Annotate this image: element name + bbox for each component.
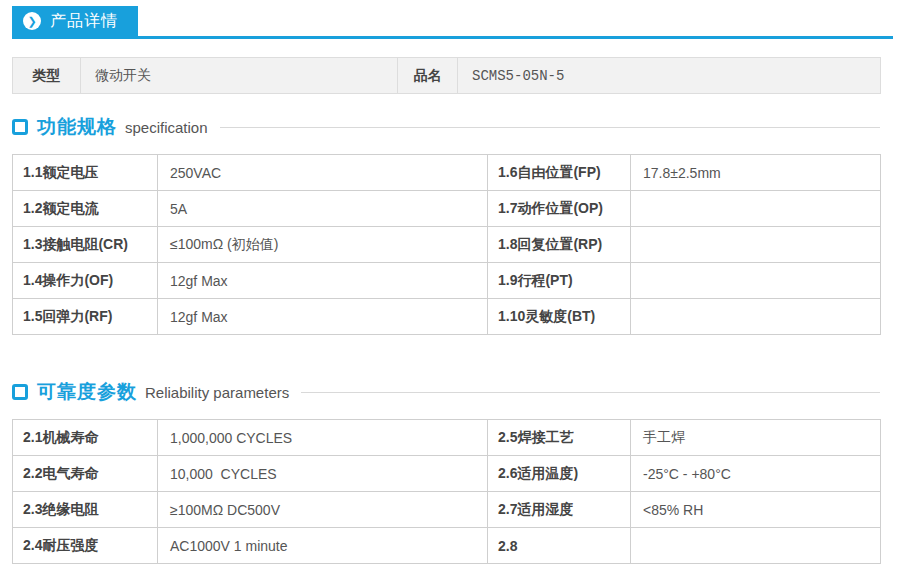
tab-product-detail[interactable]: ❯ 产品详情 bbox=[12, 6, 138, 36]
spec-value-cell: 手工焊 bbox=[631, 420, 881, 456]
spec-value-cell bbox=[631, 263, 881, 299]
spec-row: 1.4操作力(OF)12gf Max1.9行程(PT) bbox=[13, 263, 881, 299]
spec-row: 2.2电气寿命10,000 CYCLES2.6适用温度)-25°C - +80°… bbox=[13, 456, 881, 492]
circle-arrow-right-icon: ❯ bbox=[23, 12, 41, 30]
spec-value-cell: 10,000 CYCLES bbox=[158, 456, 488, 492]
section-title-en: specification bbox=[125, 119, 208, 136]
spec-label-cell: 1.6自由位置(FP) bbox=[488, 155, 631, 191]
spec-row: 1.5回弹力(RF)12gf Max1.10灵敏度(BT) bbox=[13, 299, 881, 335]
spec-value-cell: 250VAC bbox=[158, 155, 488, 191]
spec-label-cell: 1.9行程(PT) bbox=[488, 263, 631, 299]
tab-bar: ❯ 产品详情 bbox=[12, 6, 893, 39]
name-label-cell: 品名 bbox=[398, 58, 458, 94]
section-header-reliability: 可靠度参数 Reliability parameters bbox=[12, 379, 880, 405]
spec-row: 1.1额定电压250VAC1.6自由位置(FP)17.8±2.5mm bbox=[13, 155, 881, 191]
spec-value-cell: ≥100MΩ DC500V bbox=[158, 492, 488, 528]
spec-label-cell: 2.7适用湿度 bbox=[488, 492, 631, 528]
spec-row: 2.4耐压强度AC1000V 1 minute2.8 bbox=[13, 528, 881, 564]
section-rule bbox=[220, 127, 880, 128]
product-meta-table: 类型 微动开关 品名 SCMS5-05N-5 bbox=[12, 57, 881, 94]
section-title-cn: 功能规格 bbox=[37, 114, 117, 140]
section-title-cn: 可靠度参数 bbox=[37, 379, 137, 405]
spec-label-cell: 2.2电气寿命 bbox=[13, 456, 158, 492]
spec-label-cell: 1.2额定电流 bbox=[13, 191, 158, 227]
type-value-cell: 微动开关 bbox=[81, 58, 398, 94]
spec-value-cell: 1,000,000 CYCLES bbox=[158, 420, 488, 456]
spec-label-cell: 2.1机械寿命 bbox=[13, 420, 158, 456]
spec-label-cell: 1.1额定电压 bbox=[13, 155, 158, 191]
spec-label-cell: 1.5回弹力(RF) bbox=[13, 299, 158, 335]
spec-row: 1.2额定电流5A1.7动作位置(OP) bbox=[13, 191, 881, 227]
spec-label-cell: 2.6适用温度) bbox=[488, 456, 631, 492]
section-rule bbox=[301, 392, 880, 393]
spec-label-cell: 1.8回复位置(RP) bbox=[488, 227, 631, 263]
name-value-cell: SCMS5-05N-5 bbox=[458, 58, 881, 94]
spec-label-cell: 1.4操作力(OF) bbox=[13, 263, 158, 299]
reliability-table: 2.1机械寿命1,000,000 CYCLES2.5焊接工艺手工焊2.2电气寿命… bbox=[12, 419, 881, 564]
spec-value-cell: -25°C - +80°C bbox=[631, 456, 881, 492]
specification-table: 1.1额定电压250VAC1.6自由位置(FP)17.8±2.5mm1.2额定电… bbox=[12, 154, 881, 335]
square-outline-icon bbox=[12, 119, 28, 135]
spec-value-cell: <85% RH bbox=[631, 492, 881, 528]
section-title-en: Reliability parameters bbox=[145, 384, 289, 401]
tab-title: 产品详情 bbox=[50, 11, 118, 32]
spec-label-cell: 2.8 bbox=[488, 528, 631, 564]
product-meta-row: 类型 微动开关 品名 SCMS5-05N-5 bbox=[13, 58, 881, 94]
spec-row: 2.3绝缘电阻≥100MΩ DC500V2.7适用湿度<85% RH bbox=[13, 492, 881, 528]
spec-row: 1.3接触电阻(CR)≤100mΩ (初始值)1.8回复位置(RP) bbox=[13, 227, 881, 263]
spec-label-cell: 1.10灵敏度(BT) bbox=[488, 299, 631, 335]
spec-label-cell: 1.7动作位置(OP) bbox=[488, 191, 631, 227]
spec-value-cell bbox=[631, 299, 881, 335]
spec-value-cell: ≤100mΩ (初始值) bbox=[158, 227, 488, 263]
spec-value-cell bbox=[631, 227, 881, 263]
spec-value-cell bbox=[631, 528, 881, 564]
product-detail-page: ❯ 产品详情 类型 微动开关 品名 SCMS5-05N-5 功能规格 speci… bbox=[0, 0, 900, 564]
spec-label-cell: 2.3绝缘电阻 bbox=[13, 492, 158, 528]
spec-value-cell bbox=[631, 191, 881, 227]
section-header-specification: 功能规格 specification bbox=[12, 114, 880, 140]
spec-value-cell: 5A bbox=[158, 191, 488, 227]
type-label-cell: 类型 bbox=[13, 58, 81, 94]
spec-value-cell: 12gf Max bbox=[158, 263, 488, 299]
spec-label-cell: 2.4耐压强度 bbox=[13, 528, 158, 564]
spec-value-cell: AC1000V 1 minute bbox=[158, 528, 488, 564]
spec-row: 2.1机械寿命1,000,000 CYCLES2.5焊接工艺手工焊 bbox=[13, 420, 881, 456]
square-outline-icon bbox=[12, 384, 28, 400]
spec-label-cell: 1.3接触电阻(CR) bbox=[13, 227, 158, 263]
spec-value-cell: 12gf Max bbox=[158, 299, 488, 335]
spec-label-cell: 2.5焊接工艺 bbox=[488, 420, 631, 456]
spec-value-cell: 17.8±2.5mm bbox=[631, 155, 881, 191]
